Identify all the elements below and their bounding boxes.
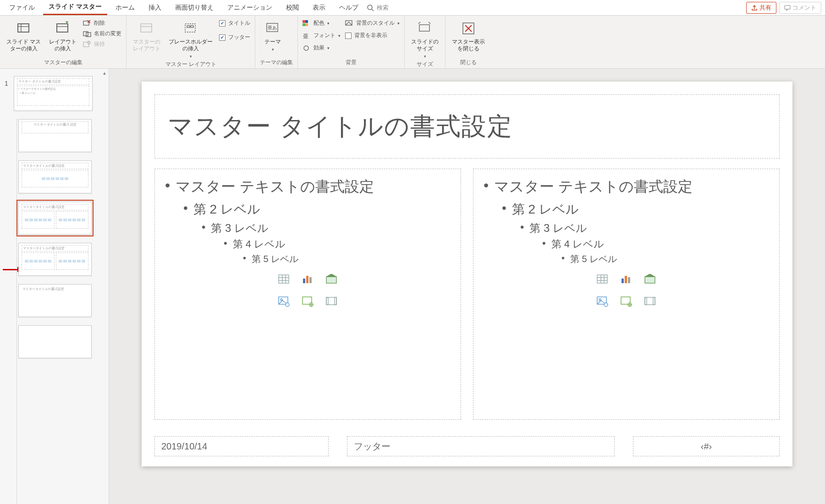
svg-rect-21 <box>305 20 308 23</box>
group-edit-master: スライド マス ターの挿入 レイアウト の挿入 削除 名前の変更 <box>0 16 126 68</box>
content-placeholder-right[interactable]: マスター テキストの書式設定 第 2 レベル 第 3 レベル 第 4 レベル 第… <box>473 169 780 420</box>
preserve-icon <box>83 41 91 48</box>
bg-styles-icon <box>345 20 353 27</box>
footer-checkbox[interactable]: フッター <box>219 33 250 41</box>
tab-view[interactable]: 表示 <box>307 1 331 15</box>
comment-button[interactable]: コメント <box>779 2 821 14</box>
picture-icon[interactable] <box>596 296 610 307</box>
checkbox-checked-icon <box>219 34 226 41</box>
layout1-title: マスター タイトルの書式 設定 <box>22 121 88 133</box>
search-box[interactable]: 検索 <box>367 4 389 12</box>
svg-rect-3 <box>18 24 29 32</box>
master-thumbnail[interactable]: マスター タイトルの書式設定 • マスターテキストの書式設定 • 第 2 レベル <box>14 76 93 111</box>
slide-size-button[interactable]: スライドの サイズ ▾ <box>409 19 440 60</box>
slide-size-label: スライドの サイズ <box>411 38 439 52</box>
tab-insert[interactable]: 挿入 <box>143 1 167 15</box>
left-level1: マスター テキストの書式設定 <box>176 177 374 197</box>
chevron-down-icon: ▾ <box>424 54 426 59</box>
insert-layout-label: レイアウト の挿入 <box>49 38 77 52</box>
tab-transitions[interactable]: 画面切り替え <box>170 1 219 15</box>
hide-background-checkbox[interactable]: 背景を非表示 <box>345 32 400 39</box>
title-checkbox[interactable]: タイトル <box>219 19 250 27</box>
svg-rect-56 <box>645 277 655 283</box>
themes-button[interactable]: 亜あ テーマ ▾ <box>260 19 286 53</box>
master-layout-label: マスターの レイアウト <box>133 38 160 52</box>
insert-slide-master-button[interactable]: スライド マス ターの挿入 <box>5 19 43 53</box>
group-size: スライドの サイズ ▾ サイズ <box>405 16 446 68</box>
content-placeholder-left[interactable]: マスター テキストの書式設定 第 2 レベル 第 3 レベル 第 4 レベル 第… <box>154 169 461 420</box>
delete-button[interactable]: 削除 <box>83 19 121 27</box>
background-styles-button[interactable]: 背景のスタイル ▾ <box>345 19 400 27</box>
chart-icon[interactable] <box>301 274 315 285</box>
svg-rect-38 <box>309 277 312 283</box>
effects-button[interactable]: 効果 ▾ <box>302 44 341 52</box>
layout-thumbnail-3-selected[interactable]: マスタータイトルの書式設定 <box>18 202 92 235</box>
smartart-icon[interactable] <box>644 274 657 285</box>
rename-button[interactable]: 名前の変更 <box>83 30 121 38</box>
svg-rect-39 <box>326 277 336 283</box>
svg-rect-55 <box>628 277 630 283</box>
layout-icon <box>55 21 70 36</box>
chevron-down-icon: ▾ <box>338 33 341 38</box>
table-icon[interactable] <box>277 274 291 285</box>
checkbox-icon <box>345 33 352 39</box>
svg-rect-64 <box>653 297 655 305</box>
layout-thumbnail-2[interactable]: マスタータイトルの書式設定 <box>18 160 92 193</box>
svg-rect-20 <box>302 20 305 23</box>
insert-layout-button[interactable]: レイアウト の挿入 <box>47 19 78 53</box>
online-picture-icon[interactable] <box>620 296 633 307</box>
close-icon <box>461 21 476 36</box>
video-icon[interactable] <box>644 296 657 307</box>
table-icon[interactable] <box>596 274 610 285</box>
title-placeholder[interactable]: マスター タイトルの書式設定 <box>154 94 780 159</box>
group-edit-theme-label: テーマの編集 <box>260 58 293 68</box>
share-button[interactable]: 共有 <box>746 2 776 14</box>
svg-line-1 <box>372 9 374 11</box>
left-level3: 第 3 レベル <box>211 221 269 236</box>
powerpoint-slide-master-window: ファイル スライド マスター ホーム 挿入 画面切り替え アニメーション 校閲 … <box>0 0 825 504</box>
effects-label: 効果 <box>314 44 324 52</box>
svg-rect-31 <box>279 275 289 283</box>
smartart-icon[interactable] <box>325 274 339 285</box>
tab-slide-master[interactable]: スライド マスター <box>43 0 107 15</box>
menu-bar: ファイル スライド マスター ホーム 挿入 画面切り替え アニメーション 校閲 … <box>0 0 825 16</box>
group-edit-theme: 亜あ テーマ ▾ テーマの編集 <box>255 16 298 68</box>
slide-number-placeholder[interactable]: ‹#› <box>633 436 780 456</box>
themes-label: テーマ <box>264 38 281 45</box>
fonts-button[interactable]: 亜 フォント ▾ <box>302 32 341 39</box>
slide-size-icon <box>418 21 432 36</box>
right-level2: 第 2 レベル <box>512 201 579 218</box>
tab-help[interactable]: ヘルプ <box>334 1 364 15</box>
layout-thumbnail-4[interactable]: マスタータイトルの書式設定 <box>18 243 92 276</box>
colors-button[interactable]: 配色 ▾ <box>302 19 341 27</box>
layout-thumbnail-1[interactable]: マスター タイトルの書式 設定 <box>18 119 92 152</box>
preserve-label: 保持 <box>94 40 105 48</box>
date-placeholder[interactable]: 2019/10/14 <box>154 436 329 456</box>
close-master-view-button[interactable]: マスター表示 を閉じる <box>450 19 487 53</box>
title-checkbox-label: タイトル <box>228 19 250 27</box>
tab-animations[interactable]: アニメーション <box>222 1 278 15</box>
tab-review[interactable]: 校閲 <box>280 1 304 15</box>
layout-thumbnail-5[interactable]: マスタータイトルの書式設定 <box>18 284 92 317</box>
online-picture-icon[interactable] <box>301 296 315 307</box>
thumbnail-panel: ▲ 1 マスター タイトルの書式設定 • マスターテキストの書式設定 • 第 2… <box>0 69 109 504</box>
svg-rect-16 <box>187 26 190 27</box>
chevron-down-icon: ▾ <box>327 46 330 50</box>
footer-placeholder[interactable]: フッター <box>347 436 615 456</box>
chevron-down-icon: ▾ <box>272 47 274 52</box>
slide-master-canvas: マスター タイトルの書式設定 マスター テキストの書式設定 第 2 レベル 第 … <box>142 82 792 466</box>
video-icon[interactable] <box>325 296 339 307</box>
search-placeholder: 検索 <box>377 4 389 12</box>
layout-thumbnail-6[interactable] <box>18 325 92 358</box>
tab-home[interactable]: ホーム <box>110 1 140 15</box>
insert-slide-master-label: スライド マス ターの挿入 <box>6 38 41 52</box>
slide-canvas-area[interactable]: マスター タイトルの書式設定 マスター テキストの書式設定 第 2 レベル 第 … <box>109 69 825 504</box>
chevron-down-icon: ▾ <box>190 54 192 59</box>
tab-file[interactable]: ファイル <box>4 1 40 15</box>
chart-icon[interactable] <box>620 274 633 285</box>
scroll-up-icon[interactable]: ▲ <box>102 71 107 76</box>
picture-icon[interactable] <box>277 296 291 307</box>
svg-rect-54 <box>625 276 627 283</box>
insert-placeholder-button[interactable]: プレースホルダー の挿入 ▾ <box>167 19 214 60</box>
search-icon <box>367 4 374 11</box>
